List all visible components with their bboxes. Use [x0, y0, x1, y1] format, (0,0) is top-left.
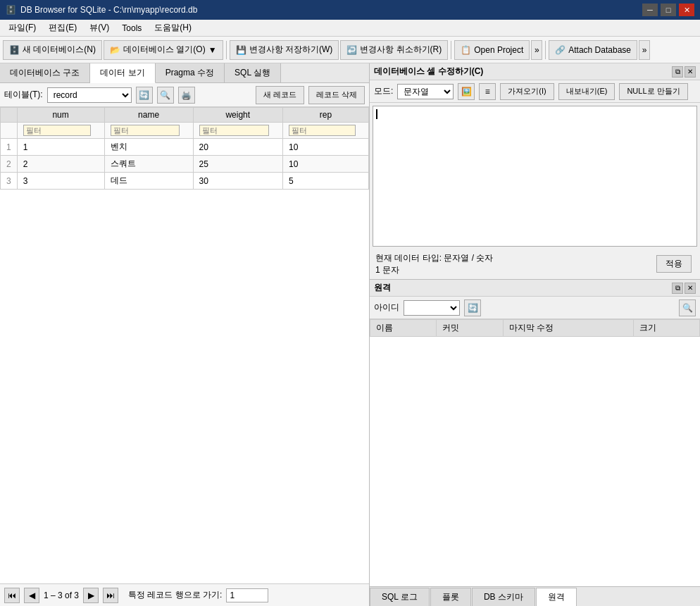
- menu-edit[interactable]: 편집(E): [43, 20, 82, 35]
- cell-editor-detach-button[interactable]: ⧉: [672, 66, 683, 78]
- col-header-rownum: [1, 108, 18, 123]
- left-panel: 데이터베이스 구조 데이터 보기 Pragma 수정 SQL 실행 테이블(T)…: [0, 63, 370, 606]
- cell-weight-1[interactable]: 25: [193, 156, 282, 173]
- delete-record-button[interactable]: 레코드 삭제: [308, 86, 365, 104]
- app-title: DB Browser for SQLite - C:\rn\myapp\reco…: [20, 5, 197, 15]
- filter-name-input[interactable]: [111, 125, 180, 136]
- cell-weight-2[interactable]: 30: [193, 173, 282, 190]
- cell-num-2[interactable]: 3: [17, 173, 104, 190]
- toolbar-expand-2[interactable]: »: [639, 40, 650, 60]
- maximize-button[interactable]: □: [661, 4, 676, 16]
- remote-panel-titlebar-btns: ⧉ ✕: [672, 283, 696, 294]
- cell-editor-titlebar: 데이터베이스 셀 수정하기(C) ⧉ ✕: [370, 63, 700, 80]
- cell-name-0[interactable]: 벤치: [104, 139, 193, 156]
- row-num-1: 2: [1, 156, 18, 173]
- menu-file[interactable]: 파일(F): [3, 20, 42, 35]
- main-container: 데이터베이스 구조 데이터 보기 Pragma 수정 SQL 실행 테이블(T)…: [0, 63, 700, 606]
- cell-rep-0[interactable]: 10: [283, 139, 369, 156]
- cell-weight-0[interactable]: 20: [193, 139, 282, 156]
- cell-num-1[interactable]: 2: [17, 156, 104, 173]
- attach-icon: 🔗: [555, 45, 565, 55]
- null-button[interactable]: NULL로 만들기: [619, 83, 687, 100]
- open-db-dropdown-icon: ▼: [208, 45, 217, 55]
- tab-sql-log[interactable]: SQL 로그: [370, 588, 430, 606]
- toolbar-expand-1[interactable]: »: [531, 40, 542, 60]
- menu-tools[interactable]: Tools: [116, 22, 147, 35]
- filter-name[interactable]: [104, 123, 193, 139]
- table-row[interactable]: 2 2 스쿼트 25 10: [1, 156, 369, 173]
- attach-database-button[interactable]: 🔗 Attach Database: [549, 40, 637, 60]
- tab-db-structure[interactable]: 데이터베이스 구조: [0, 63, 90, 82]
- remote-close-button[interactable]: ✕: [685, 283, 696, 294]
- table-row[interactable]: 1 1 벤치 20 10: [1, 139, 369, 156]
- new-database-button[interactable]: 🗄️ 새 데이터베이스(N): [3, 40, 102, 60]
- menu-view[interactable]: 뷰(V): [84, 20, 115, 35]
- project-icon: 📋: [461, 45, 471, 55]
- new-record-button[interactable]: 새 레코드: [256, 86, 304, 104]
- refresh-button[interactable]: 🔄: [136, 87, 153, 104]
- filter-weight[interactable]: [193, 123, 282, 139]
- mode-bar: 모드: 문자열 🖼️ ≡ 가져오기(I) 내보내기(E) NULL로 만들기: [370, 80, 700, 103]
- import-button[interactable]: 가져오기(I): [500, 83, 554, 100]
- toolbar: 🗄️ 새 데이터베이스(N) 📂 데이터베이스 열기(O) ▼ 💾 변경사항 저…: [0, 37, 700, 63]
- last-page-button[interactable]: ⏭: [103, 588, 118, 603]
- remote-panel-titlebar: 원격 ⧉ ✕: [370, 280, 700, 297]
- tab-plot[interactable]: 플롯: [430, 588, 471, 606]
- apply-button[interactable]: 적용: [656, 255, 692, 273]
- save-changes-button[interactable]: 💾 변경사항 저장하기(W): [230, 40, 339, 60]
- minimize-button[interactable]: ─: [642, 4, 658, 16]
- open-project-button[interactable]: 📋 Open Project: [454, 40, 530, 60]
- remote-refresh-button[interactable]: 🔄: [464, 299, 481, 316]
- filter-weight-input[interactable]: [199, 125, 269, 136]
- mode-align-button[interactable]: ≡: [479, 83, 496, 100]
- filter-num[interactable]: [17, 123, 104, 139]
- revert-icon: ↩️: [346, 45, 357, 55]
- remote-col-last-modified: 마지막 수정: [503, 320, 633, 337]
- cell-name-2[interactable]: 데드: [104, 173, 193, 190]
- mode-icon-button[interactable]: 🖼️: [458, 83, 475, 100]
- filter-num-input[interactable]: [23, 125, 91, 136]
- tab-browse-data[interactable]: 데이터 보기: [90, 63, 155, 83]
- cell-text-editor[interactable]: [373, 106, 697, 247]
- close-button[interactable]: ✕: [679, 4, 694, 16]
- remote-col-name: 이름: [370, 320, 437, 337]
- revert-changes-button[interactable]: ↩️ 변경사항 취소하기(R): [340, 40, 448, 60]
- cell-editor-title: 데이터베이스 셀 수정하기(C): [374, 66, 483, 78]
- cell-rep-2[interactable]: 5: [283, 173, 369, 190]
- open-database-button[interactable]: 📂 데이터베이스 열기(O) ▼: [104, 40, 223, 60]
- next-page-button[interactable]: ▶: [83, 588, 99, 603]
- first-page-button[interactable]: ⏮: [4, 588, 20, 603]
- tab-sql[interactable]: SQL 실행: [225, 63, 281, 82]
- remote-col-commit: 커밋: [437, 320, 503, 337]
- toolbar-separator-3: [545, 41, 546, 59]
- save-icon: 💾: [236, 45, 246, 55]
- remote-id-select[interactable]: [404, 300, 460, 316]
- titlebar: 🗄️ DB Browser for SQLite - C:\rn\myapp\r…: [0, 0, 700, 20]
- remote-detach-button[interactable]: ⧉: [672, 283, 683, 294]
- tab-remote[interactable]: 원격: [536, 588, 577, 606]
- remote-search-button[interactable]: 🔍: [679, 299, 696, 316]
- cell-num-0[interactable]: 1: [17, 139, 104, 156]
- tab-db-schema[interactable]: DB 스키마: [472, 588, 535, 606]
- table-row[interactable]: 3 3 데드 30 5: [1, 173, 369, 190]
- cell-editor-close-button[interactable]: ✕: [685, 66, 696, 78]
- cell-rep-1[interactable]: 10: [283, 156, 369, 173]
- goto-input[interactable]: [226, 588, 268, 602]
- open-db-label: 데이터베이스 열기(O): [123, 44, 206, 56]
- tab-pragma[interactable]: Pragma 수정: [156, 63, 225, 82]
- remote-bar: 아이디 🔄 🔍: [370, 297, 700, 319]
- mode-label: 모드:: [374, 85, 393, 97]
- filter-rownum: [1, 123, 18, 139]
- mode-select[interactable]: 문자열: [397, 84, 454, 99]
- cell-name-1[interactable]: 스쿼트: [104, 156, 193, 173]
- filter-rep-input[interactable]: [289, 125, 355, 136]
- toolbar-separator-1: [226, 41, 227, 59]
- row-num-2: 3: [1, 173, 18, 190]
- filter-rep[interactable]: [283, 123, 369, 139]
- menu-help[interactable]: 도움말(H): [149, 20, 197, 35]
- export-button[interactable]: 내보내기(E): [558, 83, 615, 100]
- print-button[interactable]: 🖨️: [178, 87, 195, 104]
- prev-page-button[interactable]: ◀: [24, 588, 39, 603]
- table-select[interactable]: record: [47, 87, 132, 103]
- filter-button[interactable]: 🔍: [157, 87, 174, 104]
